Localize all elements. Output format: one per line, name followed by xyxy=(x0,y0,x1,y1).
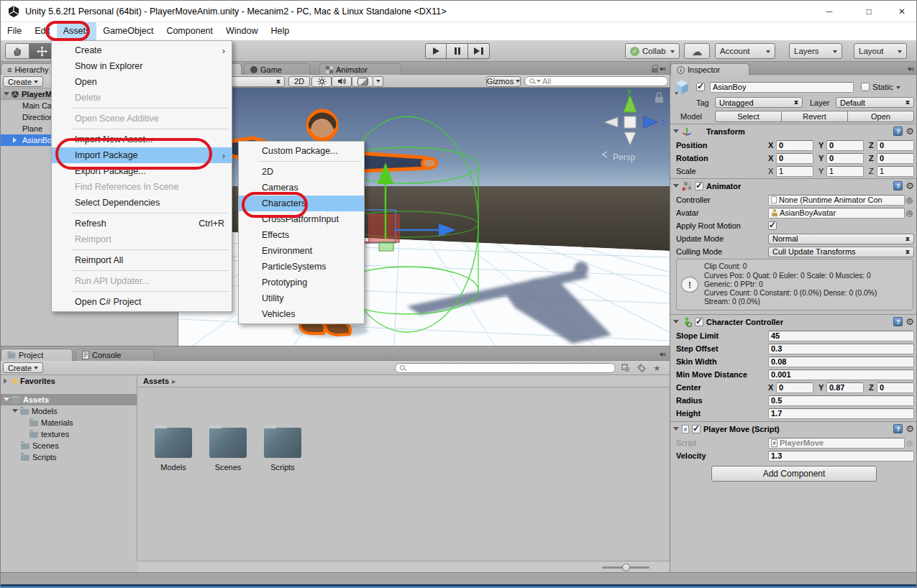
menu-item-open-c-project[interactable]: Open C# Project xyxy=(52,294,232,310)
pause-button[interactable] xyxy=(447,43,468,59)
character-controller-header[interactable]: ✓ Character Controller ? ⚙ xyxy=(670,314,917,329)
menubar-item-gameobject[interactable]: GameObject xyxy=(96,22,160,40)
collapsed-icon[interactable] xyxy=(13,137,19,143)
menu-item-cameras[interactable]: Cameras xyxy=(239,180,364,196)
model-open-button[interactable]: Open xyxy=(848,111,914,122)
hierarchy-create-button[interactable]: Create xyxy=(3,76,43,87)
menu-item-open[interactable]: Open xyxy=(52,74,232,90)
effects-toggle-button[interactable] xyxy=(352,76,373,87)
menu-item-custom-package[interactable]: Custom Package... xyxy=(239,143,364,159)
menubar-item-window[interactable]: Window xyxy=(219,22,264,40)
menu-item-select-dependencies[interactable]: Select Dependencies xyxy=(52,195,232,211)
menu-item-2d[interactable]: 2D xyxy=(239,164,364,180)
transform-rotation-x-field[interactable]: 0 xyxy=(776,153,813,164)
cc-center-y-field[interactable]: 0.87 xyxy=(826,382,864,393)
step-button[interactable] xyxy=(468,43,490,59)
project-tree-item-materials[interactable]: Materials xyxy=(1,417,137,428)
2d-toggle-button[interactable]: 2D xyxy=(288,76,310,87)
tab-animator[interactable]: Animator xyxy=(319,63,401,75)
collapsed-icon[interactable] xyxy=(4,378,10,384)
transform-rotation-z-field[interactable]: 0 xyxy=(877,153,914,164)
project-create-button[interactable]: Create xyxy=(3,362,43,373)
gear-icon[interactable]: ⚙ xyxy=(905,127,914,136)
menu-item-delete[interactable]: Delete xyxy=(52,90,232,106)
menu-item-effects[interactable]: Effects xyxy=(239,227,364,243)
gear-icon[interactable]: ⚙ xyxy=(905,424,914,433)
audio-toggle-button[interactable] xyxy=(332,76,352,87)
model-select-button[interactable]: Select xyxy=(715,111,782,122)
tag-dropdown[interactable]: Untagged xyxy=(715,97,803,108)
static-checkbox[interactable]: ✓ xyxy=(861,83,870,91)
update-mode-dropdown[interactable]: Normal xyxy=(768,234,914,244)
favorites-row[interactable]: ★ Favorites xyxy=(1,375,137,387)
lighting-toggle-button[interactable] xyxy=(311,76,332,87)
transform-position-x-field[interactable]: 0 xyxy=(776,140,813,151)
help-icon[interactable]: ? xyxy=(893,424,903,433)
object-picker-icon[interactable]: ◎ xyxy=(905,196,914,205)
asset-folder-scenes[interactable]: Scenes xyxy=(203,428,253,472)
menu-item-open-scene-additive[interactable]: Open Scene Additive xyxy=(52,111,232,127)
menu-item-environment[interactable]: Environment xyxy=(239,243,364,259)
velocity-field[interactable]: 1.3 xyxy=(768,451,914,461)
cc-min-move-distance-field[interactable]: 0.001 xyxy=(768,369,914,380)
expanded-icon[interactable] xyxy=(4,398,9,404)
menu-item-create[interactable]: Create› xyxy=(52,42,232,58)
name-field[interactable]: AsianBoy xyxy=(710,82,854,93)
gizmo-cube[interactable] xyxy=(624,116,636,128)
cloud-services-button[interactable]: ☁ xyxy=(684,43,710,59)
help-icon[interactable]: ? xyxy=(893,317,903,326)
menubar-item-help[interactable]: Help xyxy=(264,22,296,40)
effects-dropdown[interactable] xyxy=(373,76,383,87)
menu-item-import-package[interactable]: Import Package› xyxy=(52,147,232,163)
play-button[interactable] xyxy=(425,43,447,59)
hand-tool-button[interactable] xyxy=(5,43,29,59)
search-by-label-icon[interactable] xyxy=(635,362,647,374)
project-tree-item-scripts[interactable]: Scripts xyxy=(1,451,137,463)
gizmos-dropdown[interactable]: Gizmos xyxy=(486,76,521,87)
menu-item-crossplatforminput[interactable]: CrossPlatformInput xyxy=(239,211,364,227)
cc-radius-field[interactable]: 0.5 xyxy=(768,395,914,406)
menu-item-reimport-all[interactable]: Reimport All xyxy=(52,252,232,268)
menubar-item-file[interactable]: File xyxy=(1,22,28,40)
gear-icon[interactable]: ⚙ xyxy=(905,317,914,326)
add-component-button[interactable]: Add Component xyxy=(711,466,877,482)
asset-folder-scripts[interactable]: Scripts xyxy=(257,428,308,472)
xz-plane-handle[interactable] xyxy=(379,242,393,251)
active-checkbox[interactable]: ✓ xyxy=(696,83,705,91)
transform-scale-x-field[interactable]: 1 xyxy=(776,166,813,177)
project-tree-item-assets[interactable]: Assets xyxy=(1,394,137,405)
animator-enabled-checkbox[interactable]: ✓ xyxy=(695,182,703,190)
project-tree-item-scenes[interactable]: Scenes xyxy=(1,440,137,451)
static-dropdown-icon[interactable] xyxy=(896,86,900,91)
object-picker-icon[interactable]: ◎ xyxy=(905,208,914,218)
tab-game[interactable]: Game xyxy=(244,63,310,75)
foldout-icon[interactable] xyxy=(673,427,679,433)
cc-height-field[interactable]: 1.7 xyxy=(768,408,914,419)
transform-position-y-field[interactable]: 0 xyxy=(826,140,864,151)
script-field[interactable]: # PlayerMove xyxy=(768,438,905,449)
menu-item-show-in-explorer[interactable]: Show in Explorer xyxy=(52,58,232,74)
panel-menu-icon[interactable]: ▾≡ xyxy=(908,65,913,73)
transform-header[interactable]: Transform ? ⚙ xyxy=(670,124,917,138)
gear-icon[interactable]: ⚙ xyxy=(905,181,914,190)
layers-button[interactable]: Layers xyxy=(789,43,842,59)
controller-field[interactable]: None (Runtime Animator Con xyxy=(768,195,905,206)
foldout-icon[interactable] xyxy=(4,92,9,98)
panel-menu-icon[interactable]: ▾≡ xyxy=(660,351,665,358)
apply-root-motion-checkbox[interactable]: ✓ xyxy=(768,221,777,230)
project-tree-item-models[interactable]: Models xyxy=(1,405,137,417)
asset-folder-models[interactable]: Models xyxy=(148,428,199,472)
transform-rotation-y-field[interactable]: 0 xyxy=(826,153,864,164)
transform-scale-y-field[interactable]: 1 xyxy=(826,166,864,177)
foldout-icon[interactable] xyxy=(673,184,679,190)
persp-label[interactable]: Persp xyxy=(613,152,636,162)
breadcrumb-folder[interactable]: Assets xyxy=(143,377,169,385)
animator-header[interactable]: ✓ Animator ? ⚙ xyxy=(670,178,917,193)
project-search-input[interactable] xyxy=(395,363,616,373)
search-by-type-icon[interactable] xyxy=(619,362,631,374)
transform-scale-z-field[interactable]: 1 xyxy=(877,166,914,177)
avatar-field[interactable]: AsianBoyAvatar xyxy=(768,208,905,219)
cc-step-offset-field[interactable]: 0.3 xyxy=(768,344,914,354)
layer-dropdown[interactable]: Default xyxy=(836,97,914,108)
menu-item-run-api-updater[interactable]: Run API Updater... xyxy=(52,273,232,289)
